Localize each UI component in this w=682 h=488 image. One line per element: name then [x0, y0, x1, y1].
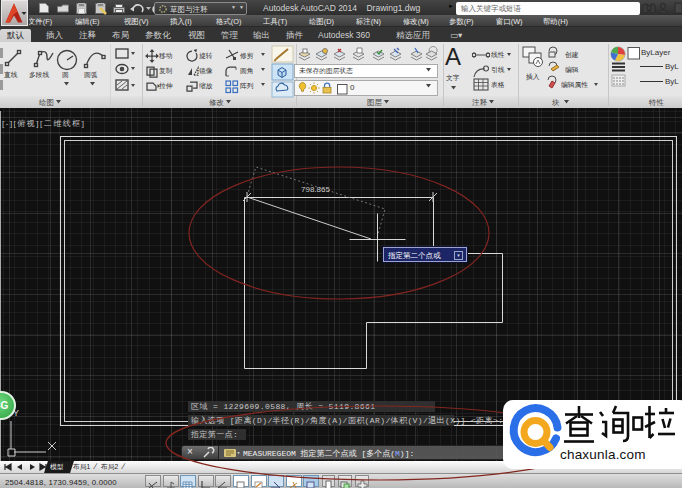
- svg-text:798.865: 798.865: [301, 185, 330, 194]
